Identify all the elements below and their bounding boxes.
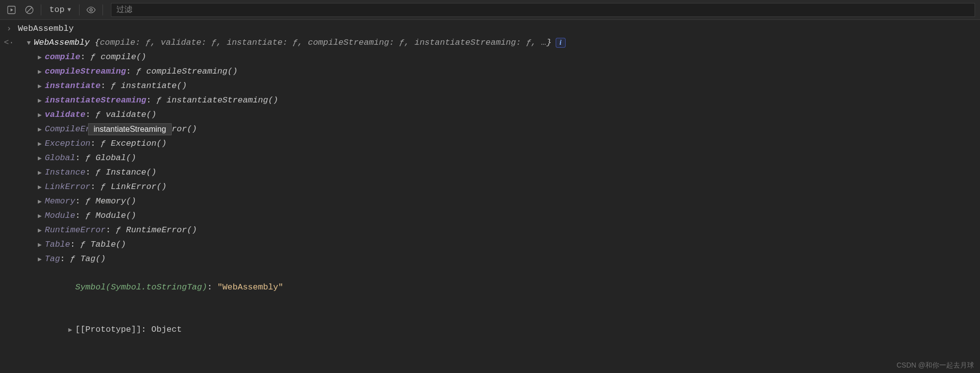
object-property-row[interactable]: ▶Tag: ƒ Tag() (0, 252, 980, 267)
filter-input[interactable] (111, 3, 975, 17)
object-property-row[interactable]: ▶instantiate: ƒ instantiate() (0, 79, 980, 93)
property-value: "WebAssembly" (217, 282, 284, 292)
context-selector-label: top (49, 5, 65, 14)
property-key: Exception (45, 139, 91, 148)
spacer (68, 281, 75, 295)
property-value: Memory() (96, 196, 136, 206)
clear-console-button[interactable] (23, 3, 36, 16)
context-selector[interactable]: top ▼ (46, 5, 74, 14)
function-token: ƒ (80, 240, 90, 249)
object-property-row[interactable]: ▶Table: ƒ Table() (0, 238, 980, 252)
function-token: ƒ (86, 211, 96, 220)
object-property-row[interactable]: ▶CompileError: ƒ CompileError() (0, 122, 980, 137)
preview-key: compile: (100, 38, 146, 47)
toolbar-separator (102, 4, 103, 15)
disclosure-triangle-icon[interactable]: ▶ (38, 108, 45, 122)
property-key: CompileError (45, 124, 105, 134)
function-token: ƒ (86, 153, 96, 163)
function-token: ƒ (111, 81, 121, 91)
object-summary[interactable]: ▼WebAssembly {compile: ƒ, validate: ƒ, i… (18, 36, 980, 50)
object-property-row[interactable]: ▶compileStreaming: ƒ compileStreaming() (0, 65, 980, 79)
object-property-row[interactable]: ▶validate: ƒ validate() (0, 108, 980, 122)
property-value: LinkError() (111, 182, 167, 191)
function-token: ƒ (91, 52, 100, 62)
disclosure-triangle-icon[interactable]: ▶ (38, 94, 45, 108)
property-value: instantiateStreaming() (167, 95, 278, 105)
input-expression: WebAssembly (18, 22, 980, 36)
function-token: ƒ (100, 182, 110, 191)
property-key: compileStreaming (45, 67, 126, 76)
property-key: Memory (45, 196, 75, 206)
property-value: Exception() (111, 139, 167, 148)
object-property-row[interactable]: ▶LinkError: ƒ LinkError() (0, 180, 980, 194)
disclosure-triangle-icon[interactable]: ▶ (38, 253, 45, 267)
function-token: ƒ (86, 196, 96, 206)
disclosure-triangle-icon[interactable]: ▶ (38, 181, 45, 194)
live-expression-button[interactable] (85, 3, 98, 16)
object-property-row[interactable]: Symbol(Symbol.toStringTag): "WebAssembly… (0, 267, 980, 309)
disclosure-triangle-icon[interactable]: ▶ (38, 80, 45, 93)
disclosure-triangle-icon[interactable]: ▶ (38, 195, 45, 209)
property-value: instantiate() (121, 81, 187, 91)
svg-line-3 (27, 7, 32, 12)
property-value: compileStreaming() (146, 67, 238, 76)
property-key: [[Prototype]] (75, 325, 141, 334)
toolbar-separator (41, 4, 41, 15)
object-name: WebAssembly (34, 38, 90, 47)
function-token: ƒ (136, 67, 146, 76)
disclosure-triangle-icon[interactable]: ▶ (68, 323, 75, 337)
property-key: RuntimeError (45, 225, 105, 235)
property-key: compile (45, 52, 80, 62)
object-property-row[interactable]: ▶Instance: ƒ Instance() (0, 166, 980, 180)
property-key: Global (45, 153, 75, 163)
disclosure-triangle-icon[interactable]: ▶ (38, 166, 45, 180)
property-key: instantiateStreaming (45, 95, 146, 105)
property-key: Instance (45, 168, 86, 177)
disclosure-triangle-icon[interactable]: ▼ (27, 36, 34, 50)
object-property-row[interactable]: ▶Memory: ƒ Memory() (0, 194, 980, 209)
object-property-row[interactable]: ▶Module: ƒ Module() (0, 209, 980, 223)
chevron-down-icon: ▼ (68, 6, 71, 13)
object-property-row[interactable]: ▶Global: ƒ Global() (0, 151, 980, 166)
output-prompt-icon: <· (0, 36, 18, 50)
disclosure-triangle-icon[interactable]: ▶ (38, 209, 45, 223)
property-value: compile() (100, 52, 146, 62)
property-value: Object (151, 325, 182, 334)
function-token: ƒ (70, 254, 80, 264)
disclosure-triangle-icon[interactable]: ▶ (38, 238, 45, 252)
property-value: Instance() (105, 168, 156, 177)
disclosure-triangle-icon[interactable]: ▶ (38, 65, 45, 79)
disclosure-triangle-icon[interactable]: ▶ (38, 123, 45, 137)
function-token: ƒ (116, 124, 126, 134)
filter-field-wrap (111, 3, 975, 17)
console-input-row: › WebAssembly (0, 22, 980, 36)
disclosure-triangle-icon[interactable]: ▶ (38, 137, 45, 151)
disclosure-triangle-icon[interactable]: ▶ (38, 152, 45, 166)
property-value: Tag() (80, 254, 105, 264)
console-output: › WebAssembly <· ▼WebAssembly {compile: … (0, 20, 980, 351)
object-property-row[interactable]: ▶Exception: ƒ Exception() (0, 137, 980, 151)
object-property-row[interactable]: ▶instantiateStreaming: ƒ instantiateStre… (0, 93, 980, 108)
input-prompt-icon: › (0, 22, 18, 36)
object-property-row[interactable]: ▶[[Prototype]]: Object (0, 309, 980, 351)
function-token: ƒ (156, 95, 166, 105)
property-value: Global() (96, 153, 136, 163)
property-key: Table (45, 240, 70, 249)
property-key: instantiate (45, 81, 100, 91)
function-token: ƒ (116, 225, 126, 235)
disclosure-triangle-icon[interactable]: ▶ (38, 224, 45, 238)
disclosure-triangle-icon[interactable]: ▶ (38, 51, 45, 65)
info-icon[interactable]: i (556, 38, 566, 48)
console-toolbar: top ▼ (0, 0, 980, 20)
svg-point-4 (90, 8, 92, 11)
execute-button[interactable] (5, 3, 18, 16)
property-key: LinkError (45, 182, 91, 191)
console-result-row: <· ▼WebAssembly {compile: ƒ, validate: ƒ… (0, 36, 980, 50)
property-value: CompileError() (126, 124, 197, 134)
svg-marker-1 (10, 8, 13, 11)
property-value: validate() (105, 110, 156, 119)
property-key: Tag (45, 254, 60, 264)
toolbar-separator (79, 4, 80, 15)
object-property-row[interactable]: ▶compile: ƒ compile() (0, 50, 980, 65)
object-property-row[interactable]: ▶RuntimeError: ƒ RuntimeError() (0, 223, 980, 238)
